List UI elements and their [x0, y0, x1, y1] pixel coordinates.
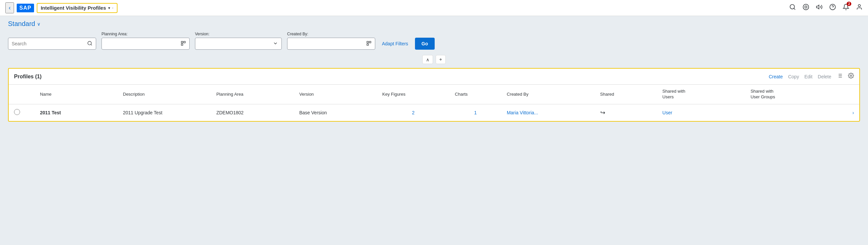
version-input[interactable] [199, 41, 266, 46]
col-select [9, 85, 35, 104]
collapse-button[interactable]: ∧ [422, 55, 433, 64]
col-shared: Shared [595, 85, 657, 104]
collaborate-icon[interactable] [803, 4, 809, 12]
app-title-dot: · [112, 5, 114, 11]
svg-rect-12 [181, 44, 183, 45]
svg-marker-4 [816, 5, 819, 9]
row-shared-user-groups-cell [745, 104, 839, 121]
row-description-cell: 2011 Upgrade Test [118, 104, 211, 121]
chevron-down-icon[interactable] [273, 41, 278, 47]
col-name: Name [35, 85, 118, 104]
expand2-icon[interactable] [366, 41, 372, 47]
pin-button[interactable]: ⌖ [436, 55, 446, 64]
row-planning-area-cell: ZDEMO1802 [211, 104, 294, 121]
version-label: Version: [195, 32, 282, 36]
create-button[interactable]: Create [769, 74, 783, 79]
search-icon[interactable] [87, 41, 92, 47]
created-by-filter: Created By: [287, 32, 375, 50]
share-icon: ↪ [600, 109, 605, 116]
row-shared-users-cell[interactable]: User [657, 104, 745, 121]
svg-rect-11 [184, 41, 185, 43]
svg-rect-13 [367, 41, 369, 43]
collapse-bar: ∧ ⌖ [0, 54, 868, 65]
col-nav [839, 85, 859, 104]
profiles-table-section: Profiles (1) Create Copy Edit Delete [8, 68, 860, 122]
row-select-cell [9, 104, 35, 121]
sap-logo: SAP [17, 4, 34, 12]
app-title-container[interactable]: Intelligent Visibility Profiles ▾ · [37, 3, 118, 13]
profiles-table: Name Description Planning Area Version K… [9, 85, 859, 121]
search-input[interactable] [12, 41, 85, 46]
svg-line-1 [794, 8, 795, 10]
col-key-figures: Key Figures [377, 85, 450, 104]
table-title: Profiles (1) [14, 74, 764, 80]
search-input-container [8, 38, 96, 50]
announcements-icon[interactable] [816, 4, 823, 12]
planning-area-input[interactable] [105, 41, 179, 46]
planning-area-input-container [101, 38, 190, 50]
adapt-filters-button[interactable]: Adapt Filters [380, 38, 410, 50]
topbar: ‹ SAP Intelligent Visibility Profiles ▾ … [0, 0, 868, 16]
subheader: Standard ∨ [0, 16, 868, 28]
row-navigate-cell[interactable]: › [839, 104, 859, 121]
row-radio-button[interactable] [14, 109, 20, 115]
back-button[interactable]: ‹ [5, 2, 14, 13]
standard-chevron-icon: ∨ [37, 21, 40, 27]
topbar-icons: 2 [789, 4, 863, 12]
svg-rect-14 [369, 41, 371, 43]
help-icon[interactable] [829, 4, 836, 12]
edit-button[interactable]: Edit [804, 74, 812, 79]
user-icon[interactable] [856, 4, 863, 12]
copy-button[interactable]: Copy [788, 74, 799, 79]
created-by-label: Created By: [287, 32, 375, 36]
col-description: Description [118, 85, 211, 104]
search-filter [8, 38, 96, 50]
col-created-by: Created By [501, 85, 595, 104]
table-settings-icon[interactable] [837, 73, 843, 80]
go-button[interactable]: Go [415, 38, 435, 50]
delete-button[interactable]: Delete [818, 74, 831, 79]
col-charts: Charts [450, 85, 501, 104]
svg-point-22 [850, 75, 852, 77]
svg-point-7 [858, 5, 861, 7]
created-by-input-container [287, 38, 375, 50]
row-name-cell: 2011 Test [35, 104, 118, 121]
gear-icon[interactable] [848, 73, 854, 80]
planning-area-label: Planning Area: [101, 32, 190, 36]
svg-point-8 [88, 41, 91, 45]
row-created-by-cell[interactable]: Maria Vittoria... [501, 104, 595, 121]
table-actions: Create Copy Edit Delete [769, 73, 854, 80]
row-version-cell: Base Version [294, 104, 377, 121]
notifications-icon[interactable]: 2 [843, 4, 849, 12]
row-shared-cell: ↪ [595, 104, 657, 121]
svg-line-9 [91, 44, 92, 45]
expand-icon[interactable] [181, 41, 186, 47]
planning-area-filter: Planning Area: [101, 32, 190, 50]
row-charts-cell[interactable]: 1 [450, 104, 501, 121]
filterbar: Planning Area: Version: Created By: [0, 28, 868, 54]
app-title: Intelligent Visibility Profiles [41, 5, 106, 11]
main-content: Profiles (1) Create Copy Edit Delete [0, 65, 868, 130]
version-input-container [195, 38, 282, 50]
table-header-row: Name Description Planning Area Version K… [9, 85, 859, 104]
col-shared-user-groups: Shared withUser Groups [745, 85, 839, 104]
standard-label: Standard [8, 20, 35, 28]
table-toolbar: Profiles (1) Create Copy Edit Delete [9, 69, 859, 85]
svg-point-3 [805, 6, 807, 8]
svg-rect-10 [181, 41, 183, 43]
chevron-down-icon: ▾ [108, 6, 110, 10]
topbar-left: ‹ SAP Intelligent Visibility Profiles ▾ … [5, 2, 786, 13]
svg-point-2 [803, 4, 809, 10]
row-key-figures-cell[interactable]: 2 [377, 104, 450, 121]
col-planning-area: Planning Area [211, 85, 294, 104]
svg-rect-15 [367, 44, 369, 45]
created-by-input[interactable] [291, 41, 364, 46]
search-icon[interactable] [789, 4, 796, 12]
version-filter: Version: [195, 32, 282, 50]
notification-badge: 2 [847, 2, 851, 6]
col-version: Version [294, 85, 377, 104]
table-row: 2011 Test 2011 Upgrade Test ZDEMO1802 Ba… [9, 104, 859, 121]
col-shared-users: Shared withUsers [657, 85, 745, 104]
standard-view-button[interactable]: Standard ∨ [8, 20, 40, 28]
